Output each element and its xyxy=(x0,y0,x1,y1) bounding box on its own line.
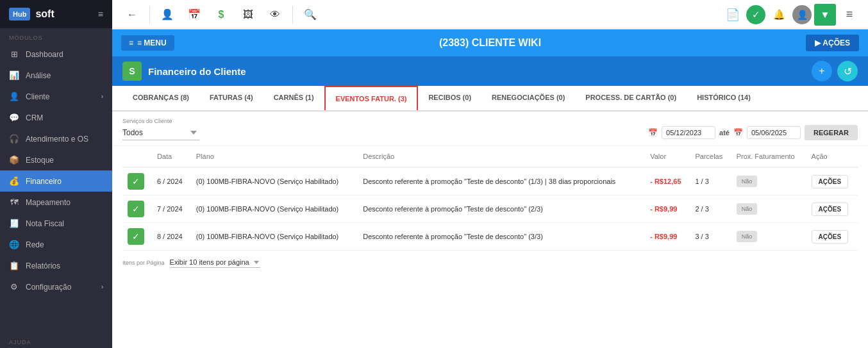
tab-process-cartao[interactable]: PROCESS. DE CARTÃO (0) xyxy=(575,86,687,112)
search-nav-button[interactable]: 🔍 xyxy=(298,3,322,27)
tab-carnes[interactable]: CARNÊS (1) xyxy=(263,86,324,112)
menu-button[interactable]: ≡ ≡ MENU xyxy=(121,35,174,51)
dollar-nav-button[interactable]: $ xyxy=(209,3,233,27)
date-to-group xyxy=(747,126,801,139)
sidebar-item-label: Estoque xyxy=(26,156,54,165)
table-row: ✓ 8 / 2024 (0) 100MB-FIBRA-NOVO (Serviço… xyxy=(122,223,858,251)
sidebar-item-dashboard[interactable]: ⊞ Dashboard xyxy=(0,44,112,65)
pagination-label: Itens por Página xyxy=(122,260,165,266)
page-header-title: Financeiro do Cliente xyxy=(148,66,805,77)
refresh-button[interactable]: ↺ xyxy=(837,61,858,81)
tab-recibos[interactable]: RECIBOS (0) xyxy=(418,86,481,112)
dashboard-icon: ⊞ xyxy=(9,49,19,59)
image-nav-button[interactable]: 🖼 xyxy=(236,3,260,27)
chevron-right-icon: › xyxy=(101,93,103,100)
row-status: ✓ xyxy=(122,167,152,195)
acoes-button[interactable]: ▶ AÇÕES xyxy=(806,35,859,51)
table-header: Data Plano Descrição Valor Parcelas Prox… xyxy=(122,146,858,167)
date-to-input[interactable] xyxy=(751,129,796,137)
tab-eventos-fatur[interactable]: EVENTOS FATUR. (3) xyxy=(324,86,419,110)
analise-icon: 📊 xyxy=(9,70,19,80)
col-parcelas: Parcelas xyxy=(690,146,731,167)
avatar-button[interactable]: 👤 xyxy=(792,5,812,24)
sidebar-item-label: Mapeamento xyxy=(26,198,71,207)
sidebar-item-label: CRM xyxy=(26,113,43,122)
date-from-group xyxy=(662,126,715,139)
calendar-icon: 📅 xyxy=(648,128,658,137)
sidebar-item-nota-fiscal[interactable]: 🧾 Nota Fiscal xyxy=(0,213,112,234)
sidebar-item-label: Configuração xyxy=(26,283,71,292)
col-status xyxy=(122,146,152,167)
pdf-button[interactable]: 📄 xyxy=(722,4,744,26)
row-status: ✓ xyxy=(122,223,152,251)
top-nav: ← 👤 📅 $ 🖼 👁 🔍 📄 ✓ 🔔 👤 ▼ ≡ xyxy=(112,0,868,29)
modules-section-label: MÓDULOS xyxy=(0,28,112,44)
pagination-row: Itens por Página Exibir 10 itens por pág… xyxy=(112,251,868,274)
sidebar-collapse-icon[interactable]: ≡ xyxy=(98,9,103,19)
back-button[interactable]: ← xyxy=(120,3,144,27)
sidebar-item-configuracao[interactable]: ⚙ Configuração › xyxy=(0,276,112,297)
row-data: 8 / 2024 xyxy=(152,223,191,251)
service-filter-select[interactable]: Todos xyxy=(122,126,199,140)
row-plano: (0) 100MB-FIBRA-NOVO (Serviço Habilitado… xyxy=(191,223,358,251)
status-check-icon: ✓ xyxy=(128,201,144,217)
sidebar-item-crm[interactable]: 💬 CRM xyxy=(0,107,112,128)
status-check-icon: ✓ xyxy=(128,228,144,245)
cliente-icon: 👤 xyxy=(9,92,19,101)
acoes-row-button[interactable]: AÇÕES xyxy=(812,203,849,216)
acoes-row-button[interactable]: AÇÕES xyxy=(812,230,849,244)
estoque-icon: 📦 xyxy=(9,155,19,165)
sidebar-item-estoque[interactable]: 📦 Estoque xyxy=(0,149,112,170)
col-data: Data xyxy=(152,146,191,167)
tab-faturas[interactable]: FATURAS (4) xyxy=(199,86,263,112)
sidebar-item-relatorios[interactable]: 📋 Relatórios xyxy=(0,255,112,276)
acoes-row-button[interactable]: AÇÕES xyxy=(812,175,849,188)
nav-separator-2 xyxy=(292,6,293,24)
sidebar-item-mapeamento[interactable]: 🗺 Mapeamento xyxy=(0,192,112,213)
sidebar-item-label: Análise xyxy=(26,71,51,80)
tab-renegociacoes[interactable]: RENEGOCIAÇÕES (0) xyxy=(481,86,575,112)
eye-nav-button[interactable]: 👁 xyxy=(263,3,287,27)
tab-historico[interactable]: HISTÓRICO (14) xyxy=(687,86,761,112)
calendar-to-icon: 📅 xyxy=(733,128,743,137)
sidebar-item-atendimento[interactable]: 🎧 Atendimento e OS xyxy=(0,128,112,149)
tabs-bar: COBRANÇAS (8) FATURAS (4) CARNÊS (1) EVE… xyxy=(112,86,868,112)
row-plano: (0) 100MB-FIBRA-NOVO (Serviço Habilitado… xyxy=(191,195,358,223)
add-button[interactable]: + xyxy=(812,61,832,81)
row-valor: - R$9,99 xyxy=(645,195,690,223)
bell-button[interactable]: 🔔 xyxy=(768,4,790,26)
date-from-input[interactable] xyxy=(666,129,711,137)
row-valor: - R$9,99 xyxy=(645,223,690,251)
sidebar-item-rede[interactable]: 🌐 Rede xyxy=(0,234,112,255)
sidebar-item-label: Rede xyxy=(26,240,44,249)
sidebar-item-label: Financeiro xyxy=(26,177,62,186)
sidebar-item-cliente[interactable]: 👤 Cliente › xyxy=(0,86,112,107)
nao-button: Não xyxy=(737,176,758,187)
menu-label: ≡ MENU xyxy=(137,38,167,47)
check-button[interactable]: ✓ xyxy=(746,5,765,24)
date-separator: até xyxy=(719,129,730,137)
hamburger-button[interactable]: ≡ xyxy=(839,4,860,26)
download-button[interactable]: ▼ xyxy=(814,4,836,26)
col-plano: Plano xyxy=(191,146,358,167)
row-data: 6 / 2024 xyxy=(152,167,191,195)
pagination-select[interactable]: Exibir 10 itens por página Exibir 25 ite… xyxy=(170,257,260,268)
row-valor: - R$12,65 xyxy=(645,167,690,195)
row-parcelas: 2 / 3 xyxy=(690,195,731,223)
sidebar-item-analise[interactable]: 📊 Análise xyxy=(0,65,112,86)
person-nav-button[interactable]: 👤 xyxy=(155,3,179,27)
tab-cobrancas[interactable]: COBRANÇAS (8) xyxy=(122,86,199,112)
page-header-icon: S xyxy=(122,62,142,81)
row-descricao: Desconto referente à promoção "Teste de … xyxy=(358,167,645,195)
financeiro-icon: 💰 xyxy=(9,176,19,186)
calendar-nav-button[interactable]: 📅 xyxy=(182,3,206,27)
page-header: S Financeiro do Cliente + ↺ xyxy=(112,56,868,86)
regerar-button[interactable]: REGERAR xyxy=(805,125,858,140)
crm-icon: 💬 xyxy=(9,113,19,122)
row-prox-faturamento: Não xyxy=(731,167,806,195)
sidebar-item-label: Nota Fiscal xyxy=(26,219,64,228)
sidebar-item-financeiro[interactable]: 💰 Financeiro xyxy=(0,170,112,192)
row-acao: AÇÕES xyxy=(806,167,858,195)
row-prox-faturamento: Não xyxy=(731,223,806,251)
service-filter-label: Serviços do Cliente xyxy=(122,118,199,124)
